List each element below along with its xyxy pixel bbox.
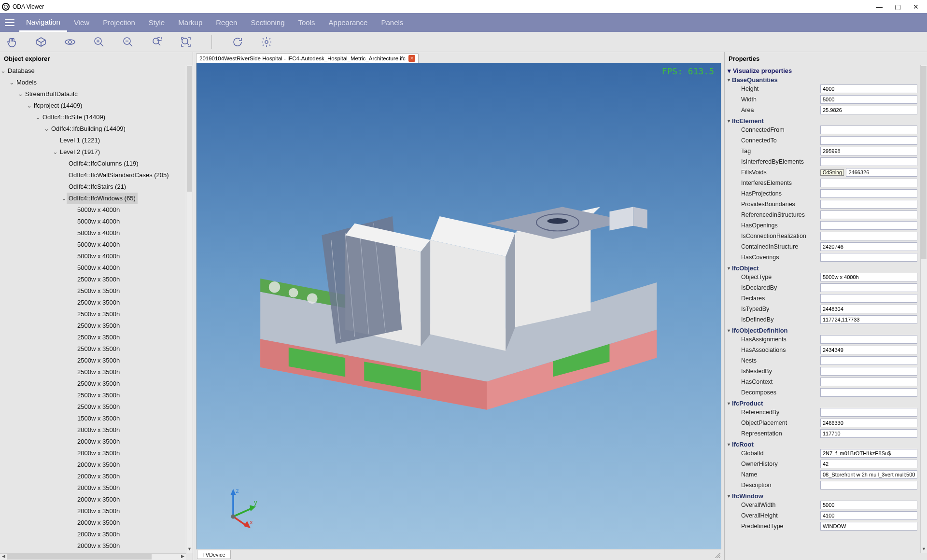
3d-viewport[interactable]: FPS: 613.5 [196,63,721,549]
tree-item[interactable]: ⌄Database⌄Models⌄StreamBuffData.ifc⌄ifcp… [0,65,186,553]
scroll-left-icon[interactable]: ◀ [0,554,7,560]
tree-item[interactable]: 2500w x 3500h [70,285,186,297]
window-minimize-button[interactable]: — [876,3,883,10]
tree-item[interactable]: 2000w x 3500h [70,471,186,482]
property-group-header[interactable]: ▾ IfcElement [728,117,917,125]
property-value-input[interactable] [820,335,917,344]
explorer-vscrollbar[interactable]: ▲ ▼ [186,65,193,553]
property-value-input[interactable] [820,136,917,145]
property-value-input[interactable] [820,470,917,479]
file-tab-close-icon[interactable]: × [408,55,415,62]
property-value-input[interactable] [820,315,917,324]
property-value-input[interactable] [820,408,917,417]
axis-gizmo[interactable]: z y x [216,486,259,530]
property-value-input[interactable] [820,232,917,240]
scroll-thumb[interactable] [187,66,192,192]
property-value-input[interactable] [820,481,917,490]
chevron-down-icon[interactable]: ⌄ [17,89,23,99]
property-group-header[interactable]: ▾ IfcWindow [728,492,917,500]
property-value-input[interactable] [820,189,917,198]
zoom-out-icon[interactable] [122,36,134,48]
property-value-input[interactable] [820,157,917,166]
tree-item[interactable]: 2000w x 3500h [70,482,186,494]
property-value-input[interactable] [820,522,917,531]
property-value-input[interactable] [820,501,917,509]
menu-regen[interactable]: Regen [209,13,244,32]
property-value-input[interactable] [820,449,917,458]
property-group-header[interactable]: ▾ IfcObjectDefinition [728,327,917,334]
scroll-thumb[interactable] [921,66,927,259]
window-maximize-button[interactable]: ▢ [894,3,901,10]
file-tab[interactable]: 20190104WestRiverSide Hospital - IFC4-Au… [196,53,419,63]
property-value-input[interactable] [820,95,917,104]
menu-markup[interactable]: Markup [171,13,209,32]
tree-item[interactable]: OdIfc4::IfcColumns (119) [61,158,186,169]
zoom-box-icon[interactable] [151,36,163,48]
tree-item[interactable]: 2500w x 3500h [70,355,186,366]
tree-item[interactable]: 5000w x 4000h [70,204,186,216]
tree-item[interactable]: Level 1 (1221) [52,135,186,146]
scroll-right-icon[interactable]: ▶ [179,554,186,560]
tree-item[interactable]: 2000w x 3500h [70,494,186,505]
properties-vscrollbar[interactable]: ▲ ▼ [920,65,927,553]
menu-projection[interactable]: Projection [96,13,142,32]
property-value-input[interactable] [820,283,917,292]
property-value-input[interactable] [820,419,917,427]
tree-item[interactable]: 2500w x 3500h [70,332,186,343]
property-value-input[interactable] [820,200,917,209]
object-tree[interactable]: ⌄Database⌄Models⌄StreamBuffData.ifc⌄ifcp… [0,65,186,553]
tree-item[interactable]: 2000w x 3500h [70,448,186,459]
tree-item[interactable]: 2000w x 3500h [70,505,186,517]
scroll-down-icon[interactable]: ▼ [186,546,193,553]
tree-item[interactable]: 5000w x 4000h [70,239,186,251]
property-value-input[interactable] [820,378,917,386]
property-value-input[interactable] [820,179,917,187]
tree-item[interactable]: 2500w x 3500h [70,390,186,401]
property-value-input[interactable] [820,242,917,251]
property-value-input[interactable] [820,346,917,354]
property-value-input[interactable] [820,388,917,397]
tree-item[interactable]: 2500w x 3500h [70,343,186,355]
tree-item[interactable]: 2000w x 3500h [70,459,186,471]
tree-item[interactable]: ⌄Models⌄StreamBuffData.ifc⌄ifcproject (1… [9,77,186,553]
chevron-down-icon[interactable]: ⌄ [26,100,32,111]
property-group-header[interactable]: ▾ IfcProduct [728,400,917,407]
tree-item[interactable]: 2500w x 3500h [70,401,186,413]
property-value-input[interactable] [820,273,917,281]
chevron-down-icon[interactable]: ⌄ [9,77,14,88]
scroll-down-icon[interactable]: ▼ [921,546,927,553]
regen-icon[interactable] [231,36,244,48]
tree-item[interactable]: ⌄OdIfc4::IfcBuilding (14409)Level 1 (122… [43,123,186,553]
property-value-input[interactable] [846,168,917,177]
chevron-down-icon[interactable]: ⌄ [43,124,49,134]
resize-handle-icon[interactable] [714,551,720,558]
hamburger-icon[interactable] [0,13,19,32]
box-icon[interactable] [35,36,47,48]
tree-item[interactable]: ⌄ifcproject (14409)⌄OdIfc4::IfcSite (144… [26,100,186,553]
tree-item[interactable]: OdIfc4::IfcStairs (21) [61,181,186,193]
scroll-thumb[interactable] [7,554,152,560]
zoom-in-icon[interactable] [93,36,105,48]
property-value-input[interactable] [820,305,917,313]
tree-item[interactable]: 2500w x 3500h [70,378,186,390]
explorer-hscrollbar[interactable]: ◀ ▶ [0,553,186,560]
window-close-button[interactable]: ✕ [913,3,919,10]
property-value-input[interactable] [820,367,917,376]
property-value-input[interactable] [820,126,917,134]
pan-icon[interactable] [6,36,18,48]
chevron-down-icon[interactable]: ⌄ [35,112,41,123]
tree-item[interactable]: 5000w x 4000h [70,262,186,274]
tree-item[interactable]: 2000w x 3500h [70,517,186,529]
menu-panels[interactable]: Panels [374,13,410,32]
settings-gear-icon[interactable] [260,36,273,48]
orbit-icon[interactable] [64,36,76,48]
property-group-header[interactable]: ▾ IfcRoot [728,441,917,448]
tree-item[interactable]: ⌄Level 2 (1917)OdIfc4::IfcColumns (119)O… [52,146,186,553]
tree-item[interactable]: OdIfc4::IfcWallStandardCases (205) [61,169,186,181]
tree-item[interactable]: 5000w x 4000h [70,227,186,239]
property-value-input[interactable] [820,511,917,520]
property-value-input[interactable] [820,429,917,438]
menu-sectioning[interactable]: Sectioning [244,13,291,32]
menu-appearance[interactable]: Appearance [322,13,375,32]
property-value-input[interactable] [820,294,917,303]
